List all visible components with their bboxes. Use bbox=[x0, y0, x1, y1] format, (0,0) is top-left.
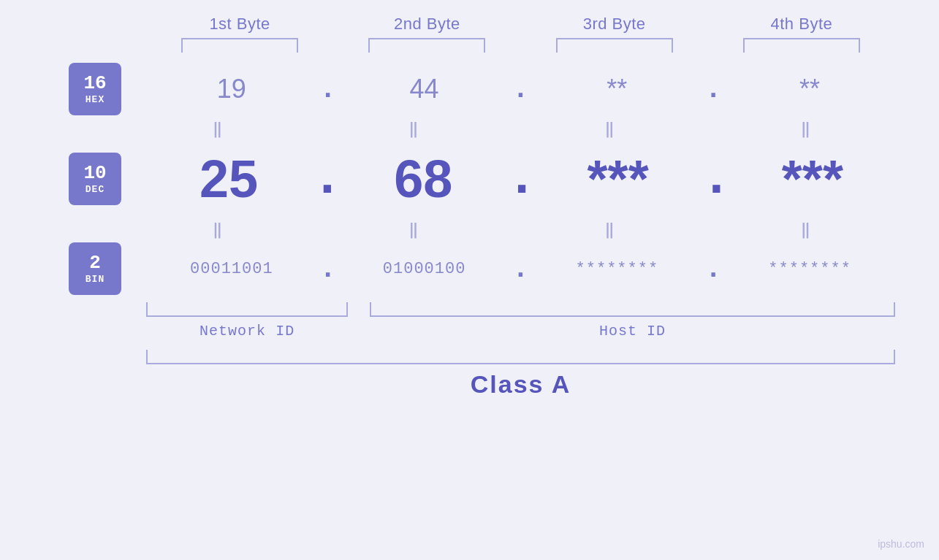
hex-b2-value: 44 bbox=[410, 74, 439, 104]
dec-b1-cell: 25 bbox=[146, 149, 311, 209]
equals-2-b4: ‖ bbox=[718, 220, 895, 239]
dec-dot1: . bbox=[311, 149, 341, 209]
hex-b3-value: ** bbox=[607, 74, 627, 104]
hex-b4-cell: ** bbox=[724, 74, 895, 104]
byte2-col: 2nd Byte bbox=[333, 15, 520, 53]
dec-b2-value: 68 bbox=[394, 149, 452, 209]
equals-1-b4: ‖ bbox=[718, 119, 895, 139]
class-label: Class A bbox=[146, 370, 895, 399]
bin-badge-cell: 2 BIN bbox=[44, 242, 146, 295]
bin-dot1: . bbox=[317, 253, 339, 285]
byte1-col: 1st Byte bbox=[146, 15, 333, 53]
byte3-col: 3rd Byte bbox=[521, 15, 708, 53]
bin-b4-value: ******** bbox=[768, 260, 851, 278]
dec-b3-value: *** bbox=[588, 149, 649, 209]
host-id-label: Host ID bbox=[370, 323, 895, 340]
bin-dot2: . bbox=[510, 253, 532, 285]
bin-badge: 2 BIN bbox=[69, 242, 121, 295]
hex-badge: 16 HEX bbox=[69, 63, 121, 115]
dec-badge-cell: 10 DEC bbox=[44, 153, 146, 205]
hex-badge-cell: 16 HEX bbox=[44, 63, 146, 115]
bin-b3-cell: ******** bbox=[532, 260, 703, 278]
hex-dot3: . bbox=[702, 74, 724, 105]
equals-2-b3: ‖ bbox=[521, 220, 699, 239]
watermark: ipshu.com bbox=[878, 538, 924, 550]
bin-b4-cell: ******** bbox=[724, 260, 895, 278]
equals-2-b2: ‖ bbox=[325, 220, 503, 239]
dec-b2-cell: 68 bbox=[341, 149, 506, 209]
bin-b2-cell: 01000100 bbox=[339, 260, 510, 278]
byte3-bracket-top bbox=[556, 38, 673, 53]
host-bracket bbox=[370, 302, 895, 317]
dec-b1-value: 25 bbox=[199, 149, 258, 209]
hex-dot2: . bbox=[510, 74, 532, 105]
byte1-bracket-top bbox=[181, 38, 298, 53]
byte4-bracket-top bbox=[743, 38, 860, 53]
dec-b3-cell: *** bbox=[536, 149, 701, 209]
network-bracket bbox=[146, 302, 348, 317]
byte3-label: 3rd Byte bbox=[583, 15, 646, 34]
byte4-col: 4th Byte bbox=[708, 15, 895, 53]
hex-b4-value: ** bbox=[799, 74, 820, 104]
hex-b3-cell: ** bbox=[532, 74, 703, 104]
byte1-label: 1st Byte bbox=[209, 15, 270, 34]
class-bracket bbox=[146, 350, 895, 364]
hex-b1-value: 19 bbox=[217, 74, 246, 104]
network-id-label: Network ID bbox=[146, 323, 348, 340]
bin-b1-cell: 00011001 bbox=[146, 260, 317, 278]
dec-badge: 10 DEC bbox=[69, 153, 121, 205]
equals-1-b1: ‖ bbox=[129, 119, 307, 139]
dec-dot3: . bbox=[701, 149, 730, 209]
byte4-label: 4th Byte bbox=[771, 15, 833, 34]
byte2-label: 2nd Byte bbox=[394, 15, 460, 34]
dec-b4-value: *** bbox=[782, 149, 843, 209]
hex-b2-cell: 44 bbox=[339, 74, 510, 104]
bin-b3-value: ******** bbox=[576, 260, 659, 278]
hex-dot1: . bbox=[317, 74, 339, 105]
bin-b1-value: 00011001 bbox=[190, 260, 273, 278]
byte2-bracket-top bbox=[368, 38, 485, 53]
equals-1-b3: ‖ bbox=[521, 119, 699, 139]
main-container: 1st Byte 2nd Byte 3rd Byte 4th Byte 16 H… bbox=[0, 0, 939, 560]
dec-b4-cell: *** bbox=[730, 149, 895, 209]
equals-2-b1: ‖ bbox=[129, 220, 307, 239]
bin-dot3: . bbox=[702, 253, 724, 285]
dec-dot2: . bbox=[506, 149, 536, 209]
bin-b2-value: 01000100 bbox=[383, 260, 466, 278]
equals-1-b2: ‖ bbox=[325, 119, 503, 139]
hex-b1-cell: 19 bbox=[146, 74, 317, 104]
